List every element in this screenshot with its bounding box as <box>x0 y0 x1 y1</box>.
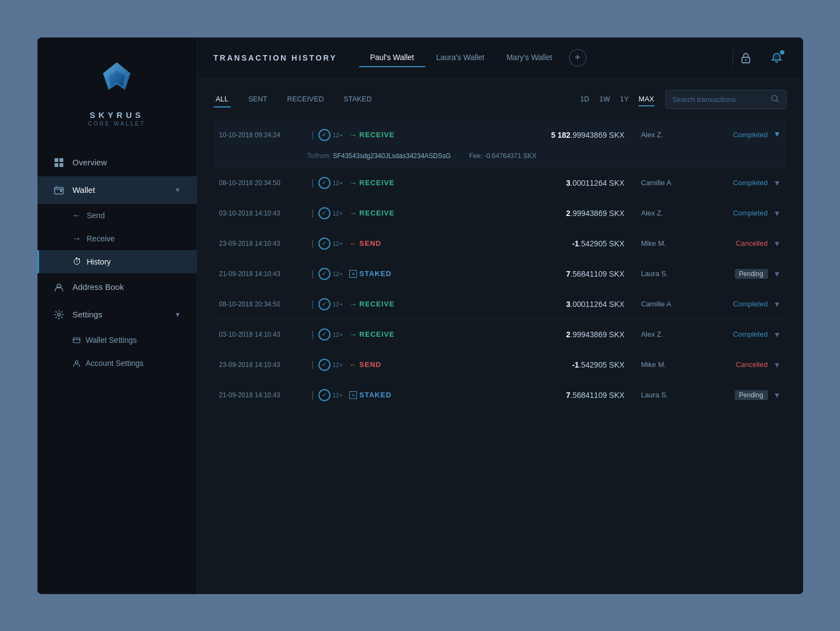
receive-arrow-icon: → <box>73 234 82 244</box>
tx-expand-chevron[interactable]: ▼ <box>773 330 781 339</box>
tx-direction-icon: → <box>349 300 357 309</box>
tx-direction-icon: → <box>349 179 357 187</box>
sidebar-subitem-account-settings[interactable]: Account Settings <box>37 352 197 375</box>
time-filter-1w[interactable]: 1W <box>599 93 610 106</box>
history-icon: ⏱ <box>73 257 82 267</box>
tx-row-5-main[interactable]: 21-09-2018 14:10:43 | ✓ 12+ ≡ STAKED 7.5… <box>214 259 787 289</box>
time-filter-max[interactable]: MAX <box>638 93 654 106</box>
tx-direction-icon: ← <box>349 239 357 248</box>
tx-expand-chevron[interactable]: ▼ <box>773 239 781 248</box>
brand-name: SKYRUS <box>90 110 144 120</box>
filter-tab-sent[interactable]: SENT <box>246 91 270 107</box>
tx-confirm-count: 12+ <box>333 392 343 398</box>
filter-tab-all[interactable]: ALL <box>214 91 231 107</box>
sidebar-item-wallet[interactable]: Wallet ▼ <box>37 176 197 204</box>
tx-confirm-badge: ✓ <box>318 177 330 189</box>
tx-confirm-badge: ✓ <box>318 238 330 250</box>
search-input[interactable] <box>673 95 767 104</box>
lock-button[interactable] <box>736 48 756 68</box>
svg-rect-3 <box>55 158 58 162</box>
table-row: 08-10-2018 20:34:50 | ✓ 12+ → RECEIVE 3.… <box>214 289 787 320</box>
svg-point-14 <box>745 59 746 61</box>
tx-confirm-badge: ✓ <box>318 207 330 219</box>
tx-expand-chevron[interactable]: ▼ <box>773 360 781 369</box>
account-settings-icon <box>73 358 80 368</box>
add-wallet-button[interactable]: + <box>569 49 587 67</box>
tx-status: Cancelled <box>707 239 768 247</box>
tx-expand-chevron[interactable]: ▼ <box>773 269 781 278</box>
tx-staked-icon: ≡ <box>349 391 357 399</box>
tx-amount: -1.542905 SKX <box>514 239 625 248</box>
svg-point-12 <box>75 361 78 364</box>
svg-rect-6 <box>59 163 63 167</box>
tx-amount: 3.00011264 SKX <box>514 179 625 187</box>
sidebar-item-overview[interactable]: Overview <box>37 149 197 176</box>
tx-confirm-count: 12+ <box>333 132 343 138</box>
tx-type-label: RECEIVE <box>359 330 398 338</box>
tx-contact: Alex Z. <box>641 131 696 139</box>
time-filter-1d[interactable]: 1D <box>580 93 589 106</box>
tx-date: 10-10-2018 09:24:24 <box>219 131 307 139</box>
tx-expand-chevron[interactable]: ▼ <box>773 209 781 218</box>
tx-from-address: SF43543sdg2340JLsdas34234ASDSsG <box>333 152 451 160</box>
tx-confirm-count: 12+ <box>333 271 343 277</box>
tx-contact: Alex Z. <box>641 330 696 338</box>
tx-contact: Camille A <box>641 300 696 308</box>
sidebar-subitem-receive[interactable]: → Receive <box>37 227 197 250</box>
tx-contact: Camille A <box>641 179 696 187</box>
sidebar-subitem-wallet-settings[interactable]: Wallet Settings <box>37 328 197 352</box>
tx-row-3-main[interactable]: 03-10-2018 14:10:43 | ✓ 12+ → RECEIVE 2.… <box>214 198 787 228</box>
sidebar-subitem-receive-label: Receive <box>87 234 115 243</box>
tx-expand-chevron[interactable]: ▼ <box>773 300 781 309</box>
tx-amount: 2.99943869 SKX <box>514 330 625 339</box>
tx-row-8-main[interactable]: 23-09-2018 14:10:43 | ✓ 12+ ← SEND -1.54… <box>214 350 787 380</box>
time-filter-tabs: 1D 1W 1Y MAX <box>580 93 654 106</box>
notifications-button[interactable] <box>767 48 787 68</box>
sidebar-subitem-account-settings-label: Account Settings <box>86 359 144 368</box>
tx-confirm-count: 12+ <box>333 180 343 186</box>
type-filter-tabs: ALL SENT RECEIVED STAKED <box>214 91 384 107</box>
tx-detail: To/from: SF43543sdg2340JLsdas34234ASDSsG… <box>214 150 787 168</box>
filter-bar: ALL SENT RECEIVED STAKED 1D 1W 1Y MAX <box>214 90 787 109</box>
tx-row-1-main[interactable]: 10-10-2018 09:24:24 | ✓ 12+ → RECEIVE 5 … <box>214 120 787 150</box>
sidebar-item-settings[interactable]: Settings ▼ <box>37 301 197 328</box>
tab-marys-wallet[interactable]: Mary's Wallet <box>495 48 563 67</box>
search-box[interactable] <box>665 90 787 109</box>
filter-tab-received[interactable]: RECEIVED <box>285 91 326 107</box>
tab-lauras-wallet[interactable]: Laura's Wallet <box>425 48 496 67</box>
tx-direction-icon: → <box>349 131 357 139</box>
tx-row-2-main[interactable]: 08-10-2018 20:34:50 | ✓ 12+ → RECEIVE 3.… <box>214 168 787 198</box>
pending-badge: Pending <box>735 390 768 400</box>
tx-type-label: SEND <box>359 360 398 369</box>
tx-direction-icon: ← <box>349 360 357 369</box>
sidebar-subitem-send-label: Send <box>87 211 105 220</box>
tx-expand-chevron[interactable]: ▼ <box>773 391 781 400</box>
tx-date: 23-09-2018 14:10:43 <box>219 361 307 369</box>
sidebar-subitem-wallet-settings-label: Wallet Settings <box>86 336 137 344</box>
tx-expand-chevron[interactable]: ▲ <box>773 131 781 139</box>
pending-badge: Pending <box>735 269 768 279</box>
tx-confirm-count: 12+ <box>333 362 343 368</box>
tx-row-6-main[interactable]: 08-10-2018 20:34:50 | ✓ 12+ → RECEIVE 3.… <box>214 289 787 319</box>
tx-row-4-main[interactable]: 23-09-2018 14:10:43 | ✓ 12+ ← SEND -1.54… <box>214 229 787 258</box>
tx-status: Completed <box>707 131 768 139</box>
svg-rect-8 <box>60 190 62 192</box>
table-row: 21-09-2018 14:10:43 | ✓ 12+ ≡ STAKED 7.5… <box>214 259 787 289</box>
tx-confirm-badge: ✓ <box>318 328 330 341</box>
logo-area: SKYRUS CORE WALLET <box>37 37 197 143</box>
tx-row-9-main[interactable]: 21-09-2018 14:10:43 | ✓ 12+ ≡ STAKED 7.5… <box>214 380 787 410</box>
tx-status: Completed <box>707 330 768 338</box>
tx-contact: Laura S. <box>641 391 696 399</box>
tx-date: 23-09-2018 14:10:43 <box>219 240 307 247</box>
sidebar-item-address-book-label: Address Book <box>73 282 124 292</box>
tab-pauls-wallet[interactable]: Paul's Wallet <box>359 48 425 67</box>
sidebar-subitem-history[interactable]: ⏱ History <box>37 250 197 273</box>
filter-tab-staked[interactable]: STAKED <box>342 91 374 107</box>
sidebar-subitem-send[interactable]: ← Send <box>37 204 197 227</box>
tx-row-7-main[interactable]: 03-10-2018 14:10:43 | ✓ 12+ → RECEIVE 2.… <box>214 320 787 349</box>
time-filter-1y[interactable]: 1Y <box>620 93 628 106</box>
svg-rect-5 <box>55 163 58 167</box>
tx-confirm-badge: ✓ <box>318 298 330 310</box>
sidebar-item-address-book[interactable]: Address Book <box>37 273 197 301</box>
tx-expand-chevron[interactable]: ▼ <box>773 179 781 187</box>
